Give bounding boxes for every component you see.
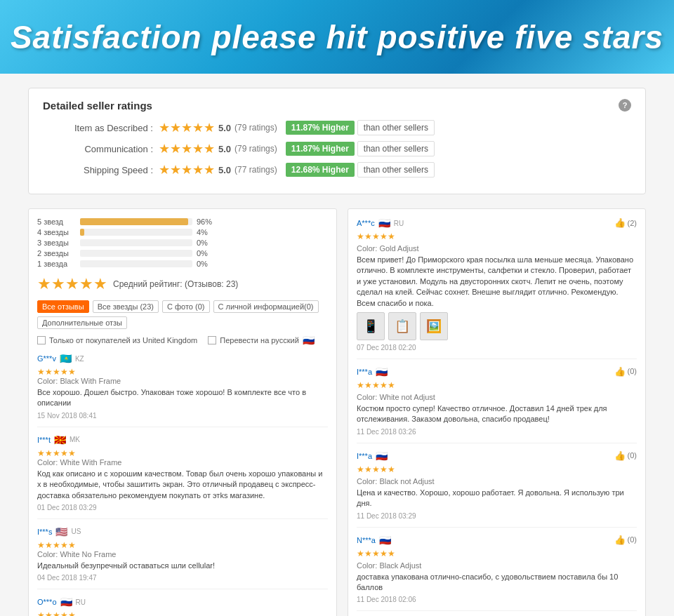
review-color: Color: Black not Adjust — [357, 477, 637, 486]
flag: 🇷🇺 — [376, 450, 388, 462]
bar-container — [80, 218, 192, 225]
star: ★ — [192, 141, 204, 156]
rating-label-1: Item as Described : — [43, 123, 159, 133]
badge-green-1: 11.87% Higher — [286, 121, 355, 135]
only-uk-checkbox[interactable] — [37, 336, 46, 344]
filter-additional[interactable]: Дополнительные отзы — [37, 316, 127, 329]
review-stars: ★★★★★ — [37, 448, 328, 458]
bar-percent: 0% — [197, 239, 208, 247]
filter-all-stars[interactable]: Все звезды (23) — [93, 300, 159, 313]
right-panel: A***c 🇷🇺 RU ★★★★★ 👍 (2) Color: Gold Adju… — [348, 208, 646, 616]
flag: 🇷🇺 — [378, 217, 390, 229]
left-review-1: G***v 🇰🇿 KZ ★★★★★ Color: Black With Fram… — [37, 353, 328, 427]
ratings-card: Detailed seller ratings ? Item as Descri… — [28, 88, 646, 194]
reviewer-name: I***a — [357, 452, 372, 460]
badge-green-3: 12.68% Higher — [286, 163, 355, 177]
badge-outline-3: than other sellers — [357, 162, 435, 178]
thumb-img: 📱 — [357, 312, 385, 340]
filter-all-reviews[interactable]: Все отзывы — [37, 300, 89, 313]
avg-star: ★ — [65, 275, 79, 293]
bar-percent: 4% — [197, 228, 208, 236]
like-number: (0) — [628, 451, 637, 460]
badge-outline-2: than other sellers — [357, 141, 435, 156]
rating-count-1: (79 ratings) — [234, 123, 277, 133]
review-text: Костюм просто супер! Качество отличное. … — [357, 403, 637, 425]
review-date: 11 Dec 2018 02:06 — [357, 596, 637, 603]
reviewer-info: A***c 🇷🇺 RU — [357, 217, 404, 229]
rating-score-2: 5.0 — [218, 144, 231, 154]
reviewer-name: O***o — [37, 598, 57, 606]
filter-with-photo[interactable]: С фото (0) — [162, 300, 209, 313]
review-text: Идеальный безупречный оставаться шли cel… — [37, 561, 328, 571]
flag: 🇲🇰 — [54, 434, 66, 446]
star-bar-row-5: 5 звезд 96% — [37, 217, 328, 226]
filter-row[interactable]: Все отзывы Все звезды (23) С фото (0) С … — [37, 300, 328, 329]
like-number: (2) — [628, 219, 637, 227]
reviewer-info: I***a 🇷🇺 — [357, 450, 395, 462]
review-header: A***c 🇷🇺 RU ★★★★★ 👍 (2) — [357, 217, 637, 241]
rating-score-1: 5.0 — [218, 123, 231, 133]
bar-percent: 0% — [197, 249, 208, 257]
star: ★ — [159, 162, 170, 178]
translate-checkbox[interactable] — [208, 336, 216, 344]
thumbs-up-icon: 👍 — [614, 450, 626, 461]
ru-flag: 🇷🇺 — [303, 335, 315, 346]
country: MK — [70, 436, 80, 443]
review-stars: ★★★★★ — [37, 540, 328, 550]
country: RU — [76, 598, 86, 606]
review-stars: ★★★★★ — [357, 464, 395, 474]
left-panel: 5 звезд 96% 4 звезды 4% 3 звезды — [28, 208, 337, 616]
ratings-card-title-text: Detailed seller ratings — [43, 100, 152, 112]
star-bar-label: 3 звезды — [37, 239, 76, 247]
left-review-4: O***o 🇷🇺 RU ★★★★★ Color: White No Frame … — [37, 596, 328, 616]
like-count: 👍 (2) — [614, 217, 637, 228]
avg-label: Средний рейтинг: (Отзывов: 23) — [113, 279, 238, 289]
bar-container — [80, 239, 192, 246]
review-stars: ★★★★★ — [37, 367, 328, 377]
rating-row-1: Item as Described : ★ ★ ★ ★ ★ 5.0 (79 ra… — [43, 120, 631, 135]
ratings-card-header: Detailed seller ratings ? — [43, 99, 631, 112]
help-icon[interactable]: ? — [619, 99, 631, 112]
like-number: (0) — [628, 535, 637, 544]
stars-1: ★ ★ ★ ★ ★ — [159, 120, 215, 135]
rating-label-3: Shipping Speed : — [43, 165, 159, 175]
avg-star: ★ — [51, 275, 65, 293]
flag: 🇺🇸 — [55, 526, 67, 537]
bar-fill — [80, 218, 188, 225]
reviewer-name: I***a — [357, 368, 372, 376]
star: ★ — [159, 141, 170, 156]
reviewer-name: G***v — [37, 354, 56, 363]
review-date: 11 Dec 2018 03:26 — [357, 428, 637, 436]
star: ★ — [181, 120, 192, 135]
main-content: Detailed seller ratings ? Item as Descri… — [0, 74, 674, 616]
stars-2: ★ ★ ★ ★ ★ — [159, 141, 215, 156]
star: ★ — [192, 120, 204, 135]
review-stars: ★★★★★ — [37, 610, 328, 616]
flag: 🇷🇺 — [379, 535, 391, 546]
bar-container — [80, 229, 192, 236]
rating-label-2: Communication : — [43, 144, 159, 154]
badge-outline-1: than other sellers — [357, 120, 435, 135]
left-review-2: I***t 🇲🇰 MK ★★★★★ Color: White With Fram… — [37, 434, 328, 519]
bar-percent: 96% — [197, 217, 212, 226]
avg-rating-section: ★ ★ ★ ★ ★ Средний рейтинг: (Отзывов: 23) — [37, 275, 328, 293]
reviewer-name: N***a — [357, 536, 376, 544]
review-thumbs: 📱 📋 🖼️ — [357, 312, 637, 340]
translate-label: Перевести на русский — [220, 336, 299, 344]
star-bar-label: 2 звезды — [37, 249, 76, 257]
bar-fill — [80, 229, 84, 236]
badge-green-2: 11.87% Higher — [286, 142, 355, 156]
review-color: Color: White No Frame — [37, 550, 328, 558]
reviews-section: 5 звезд 96% 4 звезды 4% 3 звезды — [28, 208, 646, 616]
right-review-2: I***a 🇷🇺 ★★★★★ 👍 (0) Color: White not Ad… — [357, 366, 637, 443]
bar-container — [80, 250, 192, 257]
avg-stars: ★ ★ ★ ★ ★ — [37, 275, 107, 293]
review-text: Код как описано и с хорошим качеством. Т… — [37, 469, 328, 501]
star-bar-row-4: 4 звезды 4% — [37, 228, 328, 236]
reviewer-info: G***v 🇰🇿 KZ — [37, 353, 328, 364]
star-bar-label: 4 звезды — [37, 228, 76, 236]
review-header: N***a 🇷🇺 ★★★★★ 👍 (0) — [357, 535, 637, 558]
filter-with-info[interactable]: С личной информацией(0) — [213, 300, 319, 313]
thumb-img: 🖼️ — [420, 312, 448, 340]
reviewer-name: I***s — [37, 528, 52, 536]
